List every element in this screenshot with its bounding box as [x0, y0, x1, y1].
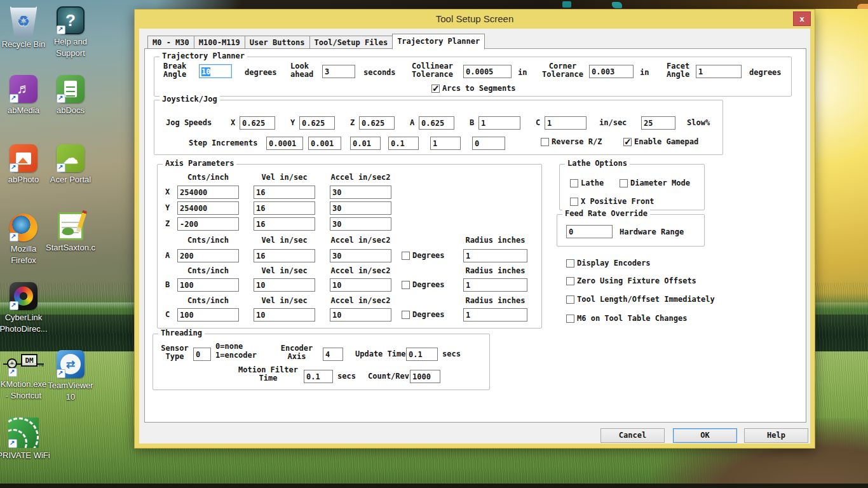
look-ahead-input[interactable]: [322, 65, 355, 78]
dialog-titlebar[interactable]: Tool Setup Screen x: [135, 10, 815, 29]
cnts-header: Cnts/inch: [177, 236, 239, 245]
tab-tool-setup-files[interactable]: Tool/Setup Files: [309, 36, 393, 49]
lathe-checkbox[interactable]: Lathe: [570, 179, 604, 187]
z-vel-input[interactable]: [254, 217, 315, 231]
a-accel-input[interactable]: [330, 249, 391, 262]
arcs-to-segments-checkbox[interactable]: Arcs to Segments: [431, 84, 516, 93]
tab-user-buttons[interactable]: User Buttons: [245, 36, 310, 49]
jog-y-input[interactable]: [299, 116, 335, 130]
motion-filter-time-input[interactable]: [304, 370, 333, 383]
c-accel-input[interactable]: [330, 308, 391, 322]
shortcut-arrow-icon: [57, 25, 65, 34]
c-degrees-checkbox[interactable]: Degrees: [402, 310, 445, 319]
jog-c-input[interactable]: [545, 116, 587, 130]
shortcut-arrow-icon: [10, 163, 18, 172]
m6-on-tool-table-changes-checkbox[interactable]: M6 on Tool Table Changes: [566, 314, 687, 323]
c-radius-input[interactable]: [463, 308, 527, 322]
desktop-icon-startsaxton[interactable]: StartSaxton.c: [40, 212, 101, 254]
display-encoders-checkbox[interactable]: Display Encoders: [566, 259, 651, 268]
icon-label: CyberLink PhotoDirec...: [0, 312, 48, 335]
b-degrees-checkbox[interactable]: Degrees: [402, 280, 445, 289]
desktop-icon-private-wifi[interactable]: PRIVATE WiFi: [0, 417, 54, 461]
y-accel-input[interactable]: [330, 201, 391, 215]
a-radius-input[interactable]: [463, 249, 527, 262]
checkbox-box: [566, 315, 574, 323]
c-vel-input[interactable]: [254, 308, 315, 322]
tab-m100-m119[interactable]: M100-M119: [194, 36, 245, 49]
b-vel-input[interactable]: [254, 278, 315, 292]
break-angle-input[interactable]: 10: [199, 64, 232, 78]
close-button[interactable]: x: [793, 11, 811, 26]
jog-z-input[interactable]: [359, 116, 395, 130]
z-cnts-input[interactable]: [177, 217, 239, 231]
slow-percent-input[interactable]: [641, 116, 675, 130]
sensor-type-input[interactable]: [193, 348, 211, 361]
tab-trajectory-planner[interactable]: Trajectory Planner: [392, 34, 485, 50]
y-cnts-input[interactable]: [177, 201, 239, 215]
b-accel-input[interactable]: [330, 278, 391, 292]
step-input-6[interactable]: [472, 137, 505, 150]
step-input-4[interactable]: [388, 137, 419, 150]
tool-setup-dialog: Tool Setup Screen x M0 - M30 M100-M119 U…: [134, 9, 815, 449]
axis-c-label: C: [165, 311, 170, 319]
feed-rate-input[interactable]: [566, 225, 613, 238]
desktop-icon-cyberlink-photodirector[interactable]: CyberLink PhotoDirec...: [0, 282, 54, 335]
step-input-3[interactable]: [350, 137, 381, 150]
desktop-icon-abdocs[interactable]: abDocs: [40, 75, 101, 116]
checkbox-box: [620, 179, 628, 187]
group-legend: Trajectory Planner: [159, 51, 247, 60]
break-angle-unit: degrees: [245, 69, 277, 77]
motion-filter-unit: secs: [337, 372, 356, 381]
ok-button[interactable]: OK: [673, 428, 737, 443]
photo-glyph: [16, 152, 31, 165]
notepad-icon: [58, 212, 83, 240]
y-vel-input[interactable]: [254, 201, 315, 215]
c-cnts-input[interactable]: [177, 308, 239, 322]
collinear-tolerance-input[interactable]: [463, 65, 512, 78]
zero-using-fixture-offsets-checkbox[interactable]: Zero Using Fixture Offsets: [566, 276, 696, 285]
x-positive-front-checkbox[interactable]: X Positive Front: [570, 197, 654, 206]
desktop-icon-acer-portal[interactable]: ☁ Acer Portal: [40, 144, 101, 186]
tab-m0-m30[interactable]: M0 - M30: [147, 36, 194, 49]
cancel-button[interactable]: Cancel: [600, 428, 665, 443]
a-cnts-input[interactable]: [177, 249, 239, 262]
step-input-1[interactable]: [266, 137, 303, 150]
diameter-mode-checkbox[interactable]: Diameter Mode: [620, 179, 690, 187]
z-accel-input[interactable]: [330, 217, 391, 231]
step-input-5[interactable]: [430, 137, 461, 150]
sensor-type-label: Sensor Type: [158, 344, 191, 361]
jog-x-input[interactable]: [240, 116, 275, 130]
a-vel-input[interactable]: [254, 249, 315, 262]
b-cnts-input[interactable]: [177, 278, 239, 292]
jog-c-label: C: [536, 119, 540, 127]
facet-angle-input[interactable]: [696, 65, 742, 78]
icon-label: Help and Support: [54, 36, 87, 59]
axis-parameters-group: Axis Parameters Cnts/inch Vel in/sec Acc…: [157, 164, 542, 329]
facet-unit: degrees: [749, 69, 782, 77]
update-time-input[interactable]: [406, 348, 438, 361]
b-radius-input[interactable]: [463, 278, 527, 292]
icon-label: Mozilla Firefox: [11, 243, 36, 266]
encoder-axis-input[interactable]: [323, 348, 343, 361]
desktop-icon-help-and-support[interactable]: ? Help and Support: [40, 6, 101, 59]
hardware-range-label: Hardware Range: [620, 228, 684, 236]
radius-header: Radius inches: [463, 266, 527, 275]
step-increments-label: Step Increments: [189, 139, 257, 147]
background-artifact-icon: [857, 4, 868, 9]
x-accel-input[interactable]: [330, 186, 391, 199]
x-vel-input[interactable]: [254, 186, 315, 199]
reverse-rz-checkbox[interactable]: Reverse R/Z: [541, 137, 602, 146]
corner-tolerance-input[interactable]: [589, 65, 634, 78]
tool-length-offset-immediately-checkbox[interactable]: Tool Length/Offset Immediately: [566, 295, 715, 304]
enable-gamepad-checkbox[interactable]: Enable Gamepad: [623, 137, 698, 146]
x-cnts-input[interactable]: [177, 186, 239, 199]
document-glyph: [64, 81, 77, 97]
step-input-2[interactable]: [308, 137, 341, 150]
help-button[interactable]: Help: [744, 428, 808, 443]
icon-label: TeamViewer 10: [48, 380, 93, 403]
jog-a-input[interactable]: [419, 116, 454, 130]
count-rev-input[interactable]: [410, 370, 440, 383]
desktop-icon-teamviewer[interactable]: ⇄ TeamViewer 10: [40, 350, 101, 403]
a-degrees-checkbox[interactable]: Degrees: [402, 251, 445, 260]
jog-b-input[interactable]: [478, 116, 520, 130]
